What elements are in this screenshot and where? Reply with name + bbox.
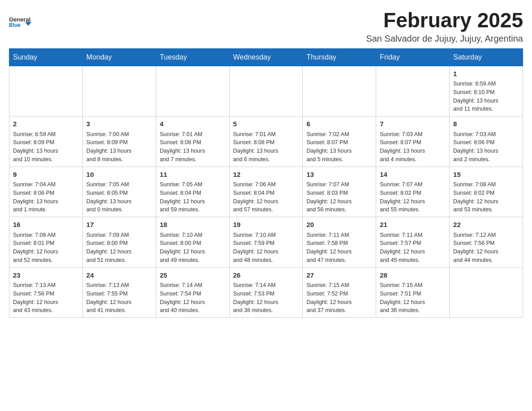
- day-info: Sunrise: 6:59 AM Sunset: 8:09 PM Dayligh…: [13, 130, 79, 164]
- day-number: 18: [160, 220, 226, 230]
- week-row-3: 9Sunrise: 7:04 AM Sunset: 8:06 PM Daylig…: [9, 167, 523, 217]
- day-cell: 9Sunrise: 7:04 AM Sunset: 8:06 PM Daylig…: [9, 167, 83, 217]
- day-number: 21: [380, 220, 446, 230]
- day-number: 1: [453, 69, 519, 79]
- day-cell: 18Sunrise: 7:10 AM Sunset: 8:00 PM Dayli…: [156, 217, 229, 268]
- day-number: 20: [306, 220, 372, 230]
- day-info: Sunrise: 6:59 AM Sunset: 8:10 PM Dayligh…: [453, 80, 519, 113]
- day-info: Sunrise: 7:07 AM Sunset: 8:02 PM Dayligh…: [380, 180, 446, 214]
- header-thursday: Thursday: [303, 48, 376, 66]
- day-cell: 14Sunrise: 7:07 AM Sunset: 8:02 PM Dayli…: [376, 167, 450, 217]
- day-cell: 4Sunrise: 7:01 AM Sunset: 8:08 PM Daylig…: [156, 116, 229, 167]
- title-section: February 2025 San Salvador de Jujuy, Juj…: [366, 9, 523, 44]
- day-cell: 27Sunrise: 7:15 AM Sunset: 7:52 PM Dayli…: [303, 267, 376, 318]
- day-number: 25: [160, 270, 226, 281]
- day-cell: [229, 66, 303, 116]
- day-info: Sunrise: 7:11 AM Sunset: 7:57 PM Dayligh…: [380, 231, 446, 265]
- day-number: 17: [86, 220, 152, 230]
- day-cell: 7Sunrise: 7:03 AM Sunset: 8:07 PM Daylig…: [376, 116, 450, 167]
- header-monday: Monday: [82, 48, 156, 66]
- day-cell: 20Sunrise: 7:11 AM Sunset: 7:58 PM Dayli…: [303, 217, 376, 268]
- day-number: 7: [380, 119, 446, 129]
- day-number: 15: [453, 170, 519, 180]
- day-cell: 25Sunrise: 7:14 AM Sunset: 7:54 PM Dayli…: [156, 267, 229, 318]
- day-cell: [376, 66, 450, 116]
- day-info: Sunrise: 7:13 AM Sunset: 7:56 PM Dayligh…: [13, 281, 79, 315]
- page-header: General Blue February 2025 San Salvador …: [9, 9, 523, 44]
- day-number: 5: [233, 119, 299, 129]
- day-number: 23: [13, 270, 79, 281]
- week-row-2: 2Sunrise: 6:59 AM Sunset: 8:09 PM Daylig…: [9, 116, 523, 167]
- day-cell: 26Sunrise: 7:14 AM Sunset: 7:53 PM Dayli…: [229, 267, 303, 318]
- day-info: Sunrise: 7:11 AM Sunset: 7:58 PM Dayligh…: [306, 231, 372, 265]
- day-number: 4: [160, 119, 226, 129]
- day-info: Sunrise: 7:05 AM Sunset: 8:04 PM Dayligh…: [160, 180, 226, 214]
- day-cell: 10Sunrise: 7:05 AM Sunset: 8:05 PM Dayli…: [82, 167, 156, 217]
- day-number: 2: [13, 119, 79, 129]
- day-info: Sunrise: 7:06 AM Sunset: 8:04 PM Dayligh…: [233, 180, 299, 214]
- day-cell: [303, 66, 376, 116]
- day-number: 9: [13, 170, 79, 180]
- svg-text:Blue: Blue: [9, 22, 21, 28]
- day-info: Sunrise: 7:15 AM Sunset: 7:52 PM Dayligh…: [306, 281, 372, 315]
- day-info: Sunrise: 7:01 AM Sunset: 8:08 PM Dayligh…: [233, 130, 299, 164]
- day-number: 13: [306, 170, 372, 180]
- day-cell: 28Sunrise: 7:15 AM Sunset: 7:51 PM Dayli…: [376, 267, 450, 318]
- day-info: Sunrise: 7:12 AM Sunset: 7:56 PM Dayligh…: [453, 231, 519, 265]
- day-number: 11: [160, 170, 226, 180]
- day-cell: 5Sunrise: 7:01 AM Sunset: 8:08 PM Daylig…: [229, 116, 303, 167]
- day-info: Sunrise: 7:10 AM Sunset: 7:59 PM Dayligh…: [233, 231, 299, 265]
- day-number: 26: [233, 270, 299, 281]
- day-number: 14: [380, 170, 446, 180]
- day-info: Sunrise: 7:01 AM Sunset: 8:08 PM Dayligh…: [160, 130, 226, 164]
- day-info: Sunrise: 7:13 AM Sunset: 7:55 PM Dayligh…: [86, 281, 152, 315]
- header-tuesday: Tuesday: [156, 48, 229, 66]
- day-cell: 23Sunrise: 7:13 AM Sunset: 7:56 PM Dayli…: [9, 267, 83, 318]
- week-row-5: 23Sunrise: 7:13 AM Sunset: 7:56 PM Dayli…: [9, 267, 523, 318]
- day-number: 19: [233, 220, 299, 230]
- day-info: Sunrise: 7:07 AM Sunset: 8:03 PM Dayligh…: [306, 180, 372, 214]
- day-cell: [9, 66, 83, 116]
- location-title: San Salvador de Jujuy, Jujuy, Argentina: [366, 34, 523, 44]
- day-cell: 17Sunrise: 7:09 AM Sunset: 8:00 PM Dayli…: [82, 217, 156, 268]
- day-cell: 13Sunrise: 7:07 AM Sunset: 8:03 PM Dayli…: [303, 167, 376, 217]
- week-row-4: 16Sunrise: 7:08 AM Sunset: 8:01 PM Dayli…: [9, 217, 523, 268]
- week-row-1: 1Sunrise: 6:59 AM Sunset: 8:10 PM Daylig…: [9, 66, 523, 116]
- day-cell: [156, 66, 229, 116]
- svg-marker-1: [25, 22, 31, 26]
- day-cell: 12Sunrise: 7:06 AM Sunset: 8:04 PM Dayli…: [229, 167, 303, 217]
- day-info: Sunrise: 7:00 AM Sunset: 8:09 PM Dayligh…: [86, 130, 152, 164]
- header-friday: Friday: [376, 48, 450, 66]
- day-cell: 11Sunrise: 7:05 AM Sunset: 8:04 PM Dayli…: [156, 167, 229, 217]
- day-info: Sunrise: 7:02 AM Sunset: 8:07 PM Dayligh…: [306, 130, 372, 164]
- day-info: Sunrise: 7:15 AM Sunset: 7:51 PM Dayligh…: [380, 281, 446, 315]
- day-number: 16: [13, 220, 79, 230]
- header-wednesday: Wednesday: [229, 48, 303, 66]
- day-cell: 1Sunrise: 6:59 AM Sunset: 8:10 PM Daylig…: [450, 66, 523, 116]
- day-number: 24: [86, 270, 152, 281]
- day-number: 27: [306, 270, 372, 281]
- day-info: Sunrise: 7:08 AM Sunset: 8:01 PM Dayligh…: [13, 231, 79, 265]
- day-info: Sunrise: 7:05 AM Sunset: 8:05 PM Dayligh…: [86, 180, 152, 214]
- day-info: Sunrise: 7:14 AM Sunset: 7:54 PM Dayligh…: [160, 281, 226, 315]
- day-info: Sunrise: 7:03 AM Sunset: 8:06 PM Dayligh…: [453, 130, 519, 164]
- day-number: 28: [380, 270, 446, 281]
- day-number: 3: [86, 119, 152, 129]
- day-cell: 15Sunrise: 7:08 AM Sunset: 8:02 PM Dayli…: [450, 167, 523, 217]
- logo: General Blue: [9, 9, 36, 34]
- calendar-table: SundayMondayTuesdayWednesdayThursdayFrid…: [9, 48, 523, 318]
- day-cell: 16Sunrise: 7:08 AM Sunset: 8:01 PM Dayli…: [9, 217, 83, 268]
- day-info: Sunrise: 7:04 AM Sunset: 8:06 PM Dayligh…: [13, 180, 79, 214]
- day-cell: [82, 66, 156, 116]
- day-cell: 6Sunrise: 7:02 AM Sunset: 8:07 PM Daylig…: [303, 116, 376, 167]
- day-info: Sunrise: 7:08 AM Sunset: 8:02 PM Dayligh…: [453, 180, 519, 214]
- day-cell: 19Sunrise: 7:10 AM Sunset: 7:59 PM Dayli…: [229, 217, 303, 268]
- day-cell: 21Sunrise: 7:11 AM Sunset: 7:57 PM Dayli…: [376, 217, 450, 268]
- day-number: 6: [306, 119, 372, 129]
- day-cell: 3Sunrise: 7:00 AM Sunset: 8:09 PM Daylig…: [82, 116, 156, 167]
- day-info: Sunrise: 7:09 AM Sunset: 8:00 PM Dayligh…: [86, 231, 152, 265]
- day-cell: 22Sunrise: 7:12 AM Sunset: 7:56 PM Dayli…: [450, 217, 523, 268]
- calendar-header-row: SundayMondayTuesdayWednesdayThursdayFrid…: [9, 48, 523, 66]
- day-number: 12: [233, 170, 299, 180]
- day-number: 10: [86, 170, 152, 180]
